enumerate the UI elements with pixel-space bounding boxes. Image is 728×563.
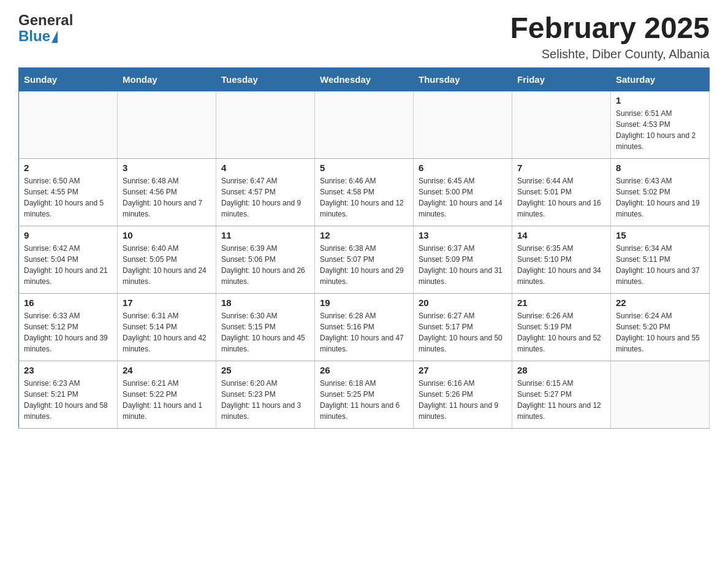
logo-text: General Blue xyxy=(18,12,73,45)
col-sunday: Sunday xyxy=(19,67,118,91)
col-monday: Monday xyxy=(118,67,216,91)
day-info: Sunrise: 6:34 AMSunset: 5:11 PMDaylight:… xyxy=(616,243,704,287)
calendar-cell xyxy=(414,91,512,158)
calendar-cell xyxy=(512,91,611,158)
day-info: Sunrise: 6:44 AMSunset: 5:01 PMDaylight:… xyxy=(517,175,605,220)
day-number: 23 xyxy=(24,365,112,375)
calendar-cell: 2Sunrise: 6:50 AMSunset: 4:55 PMDaylight… xyxy=(19,158,118,226)
day-number: 15 xyxy=(616,230,704,240)
day-info: Sunrise: 6:26 AMSunset: 5:19 PMDaylight:… xyxy=(517,310,605,354)
day-number: 19 xyxy=(320,297,408,308)
calendar-cell: 11Sunrise: 6:39 AMSunset: 5:06 PMDayligh… xyxy=(216,226,315,293)
col-thursday: Thursday xyxy=(414,67,512,91)
col-wednesday: Wednesday xyxy=(315,67,414,91)
calendar-cell: 21Sunrise: 6:26 AMSunset: 5:19 PMDayligh… xyxy=(512,293,611,361)
calendar-cell xyxy=(19,91,118,158)
page-header: General Blue February 2025 Selishte, Dib… xyxy=(18,12,710,61)
day-info: Sunrise: 6:48 AMSunset: 4:56 PMDaylight:… xyxy=(123,175,211,220)
day-info: Sunrise: 6:33 AMSunset: 5:12 PMDaylight:… xyxy=(24,310,112,354)
calendar-week-2: 2Sunrise: 6:50 AMSunset: 4:55 PMDaylight… xyxy=(19,158,710,226)
day-info: Sunrise: 6:30 AMSunset: 5:15 PMDaylight:… xyxy=(221,310,309,354)
day-info: Sunrise: 6:50 AMSunset: 4:55 PMDaylight:… xyxy=(24,175,112,220)
calendar-cell: 16Sunrise: 6:33 AMSunset: 5:12 PMDayligh… xyxy=(19,293,118,361)
calendar-cell: 20Sunrise: 6:27 AMSunset: 5:17 PMDayligh… xyxy=(414,293,512,361)
day-info: Sunrise: 6:43 AMSunset: 5:02 PMDaylight:… xyxy=(616,175,704,220)
day-info: Sunrise: 6:18 AMSunset: 5:25 PMDaylight:… xyxy=(320,378,408,422)
col-saturday: Saturday xyxy=(611,67,710,91)
day-info: Sunrise: 6:16 AMSunset: 5:26 PMDaylight:… xyxy=(419,378,507,422)
day-number: 12 xyxy=(320,230,408,240)
day-info: Sunrise: 6:15 AMSunset: 5:27 PMDaylight:… xyxy=(517,378,605,422)
day-info: Sunrise: 6:24 AMSunset: 5:20 PMDaylight:… xyxy=(616,310,704,354)
calendar-table: Sunday Monday Tuesday Wednesday Thursday… xyxy=(18,67,710,429)
day-number: 10 xyxy=(123,230,211,240)
month-title: February 2025 xyxy=(510,12,710,45)
day-number: 28 xyxy=(517,365,605,375)
day-number: 25 xyxy=(221,365,309,375)
day-info: Sunrise: 6:21 AMSunset: 5:22 PMDaylight:… xyxy=(123,378,211,422)
calendar-cell: 28Sunrise: 6:15 AMSunset: 5:27 PMDayligh… xyxy=(512,361,611,428)
calendar-cell: 24Sunrise: 6:21 AMSunset: 5:22 PMDayligh… xyxy=(118,361,216,428)
day-number: 2 xyxy=(24,163,112,173)
day-number: 21 xyxy=(517,297,605,308)
calendar-cell xyxy=(611,361,710,428)
logo-shape: General Blue xyxy=(18,12,73,45)
day-number: 3 xyxy=(123,163,211,173)
col-tuesday: Tuesday xyxy=(216,67,315,91)
calendar-cell xyxy=(315,91,414,158)
calendar-header-row: Sunday Monday Tuesday Wednesday Thursday… xyxy=(19,67,710,91)
calendar-cell: 14Sunrise: 6:35 AMSunset: 5:10 PMDayligh… xyxy=(512,226,611,293)
day-info: Sunrise: 6:23 AMSunset: 5:21 PMDaylight:… xyxy=(24,378,112,422)
calendar-cell: 19Sunrise: 6:28 AMSunset: 5:16 PMDayligh… xyxy=(315,293,414,361)
day-info: Sunrise: 6:40 AMSunset: 5:05 PMDaylight:… xyxy=(123,243,211,287)
calendar-cell: 6Sunrise: 6:45 AMSunset: 5:00 PMDaylight… xyxy=(414,158,512,226)
calendar-cell: 12Sunrise: 6:38 AMSunset: 5:07 PMDayligh… xyxy=(315,226,414,293)
logo-triangle-icon xyxy=(51,31,58,43)
day-number: 11 xyxy=(221,230,309,240)
day-number: 6 xyxy=(419,163,507,173)
day-number: 5 xyxy=(320,163,408,173)
day-info: Sunrise: 6:31 AMSunset: 5:14 PMDaylight:… xyxy=(123,310,211,354)
day-info: Sunrise: 6:37 AMSunset: 5:09 PMDaylight:… xyxy=(419,243,507,287)
day-info: Sunrise: 6:28 AMSunset: 5:16 PMDaylight:… xyxy=(320,310,408,354)
logo-general: General xyxy=(18,12,73,28)
calendar-cell: 13Sunrise: 6:37 AMSunset: 5:09 PMDayligh… xyxy=(414,226,512,293)
calendar-week-3: 9Sunrise: 6:42 AMSunset: 5:04 PMDaylight… xyxy=(19,226,710,293)
calendar-cell: 26Sunrise: 6:18 AMSunset: 5:25 PMDayligh… xyxy=(315,361,414,428)
day-info: Sunrise: 6:35 AMSunset: 5:10 PMDaylight:… xyxy=(517,243,605,287)
day-number: 13 xyxy=(419,230,507,240)
day-info: Sunrise: 6:47 AMSunset: 4:57 PMDaylight:… xyxy=(221,175,309,220)
calendar-cell: 23Sunrise: 6:23 AMSunset: 5:21 PMDayligh… xyxy=(19,361,118,428)
day-info: Sunrise: 6:20 AMSunset: 5:23 PMDaylight:… xyxy=(221,378,309,422)
day-info: Sunrise: 6:42 AMSunset: 5:04 PMDaylight:… xyxy=(24,243,112,287)
calendar-week-5: 23Sunrise: 6:23 AMSunset: 5:21 PMDayligh… xyxy=(19,361,710,428)
day-info: Sunrise: 6:27 AMSunset: 5:17 PMDaylight:… xyxy=(419,310,507,354)
day-info: Sunrise: 6:38 AMSunset: 5:07 PMDaylight:… xyxy=(320,243,408,287)
calendar-cell: 1Sunrise: 6:51 AMSunset: 4:53 PMDaylight… xyxy=(611,91,710,158)
calendar-cell: 25Sunrise: 6:20 AMSunset: 5:23 PMDayligh… xyxy=(216,361,315,428)
day-number: 26 xyxy=(320,365,408,375)
calendar-cell: 4Sunrise: 6:47 AMSunset: 4:57 PMDaylight… xyxy=(216,158,315,226)
calendar-cell xyxy=(118,91,216,158)
day-number: 14 xyxy=(517,230,605,240)
day-number: 20 xyxy=(419,297,507,308)
day-number: 9 xyxy=(24,230,112,240)
location-subtitle: Selishte, Diber County, Albania xyxy=(510,47,710,61)
calendar-cell: 5Sunrise: 6:46 AMSunset: 4:58 PMDaylight… xyxy=(315,158,414,226)
day-info: Sunrise: 6:46 AMSunset: 4:58 PMDaylight:… xyxy=(320,175,408,220)
day-number: 4 xyxy=(221,163,309,173)
calendar-cell: 15Sunrise: 6:34 AMSunset: 5:11 PMDayligh… xyxy=(611,226,710,293)
calendar-week-1: 1Sunrise: 6:51 AMSunset: 4:53 PMDaylight… xyxy=(19,91,710,158)
calendar-cell: 22Sunrise: 6:24 AMSunset: 5:20 PMDayligh… xyxy=(611,293,710,361)
calendar-cell: 10Sunrise: 6:40 AMSunset: 5:05 PMDayligh… xyxy=(118,226,216,293)
day-number: 18 xyxy=(221,297,309,308)
day-number: 7 xyxy=(517,163,605,173)
title-block: February 2025 Selishte, Diber County, Al… xyxy=(510,12,710,61)
day-info: Sunrise: 6:39 AMSunset: 5:06 PMDaylight:… xyxy=(221,243,309,287)
calendar-cell: 8Sunrise: 6:43 AMSunset: 5:02 PMDaylight… xyxy=(611,158,710,226)
calendar-cell: 7Sunrise: 6:44 AMSunset: 5:01 PMDaylight… xyxy=(512,158,611,226)
day-number: 8 xyxy=(616,163,704,173)
calendar-cell: 27Sunrise: 6:16 AMSunset: 5:26 PMDayligh… xyxy=(414,361,512,428)
calendar-cell xyxy=(216,91,315,158)
calendar-cell: 18Sunrise: 6:30 AMSunset: 5:15 PMDayligh… xyxy=(216,293,315,361)
